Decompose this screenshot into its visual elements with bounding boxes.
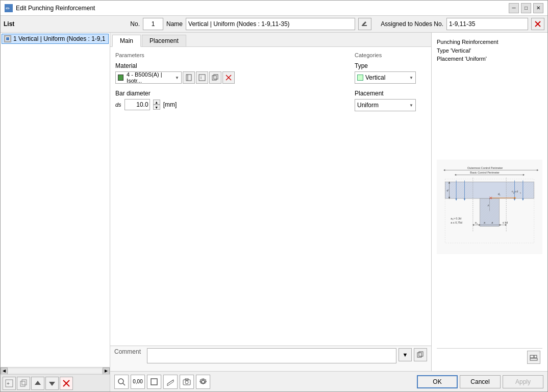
unit-label: [mm] (163, 101, 177, 108)
svg-point-88 (118, 379, 123, 384)
svg-text:> 0,3d: > 0,3d (454, 216, 461, 219)
list-header-label: List (4, 20, 14, 28)
bar-diameter-label: Bar diameter (115, 90, 344, 97)
scroll-right[interactable]: ▶ (103, 368, 110, 375)
zoom-tool-button[interactable] (114, 375, 129, 389)
svg-text:s: s (500, 194, 501, 196)
close-button[interactable]: ✕ (533, 3, 543, 13)
titlebar: ✏ Edit Punching Reinforcement ─ □ ✕ (1, 1, 547, 16)
tab-main[interactable]: Main (112, 35, 141, 47)
svg-point-96 (202, 380, 205, 383)
scroll-track[interactable] (9, 369, 102, 373)
svg-text:a: a (475, 220, 477, 224)
svg-rect-87 (530, 358, 537, 360)
name-edit-button[interactable] (358, 18, 371, 30)
type-value: Vertical (365, 74, 385, 81)
list-item[interactable]: 1 Vertical | Uniform (Nodes : 1-9,1 (2, 34, 109, 44)
categories-title: Categories (355, 52, 426, 58)
move-down-button[interactable] (45, 377, 59, 390)
list-item-icon (4, 35, 11, 42)
name-input[interactable] (186, 18, 355, 30)
settings-tool-button[interactable] (196, 375, 210, 389)
diam-input[interactable] (124, 99, 150, 110)
svg-text:x d: x d (515, 190, 518, 192)
apply-button[interactable]: Apply (503, 375, 543, 388)
measure-tool-button[interactable] (163, 375, 178, 389)
type-dropdown[interactable]: Vertical ▼ (355, 71, 416, 84)
material-info-button[interactable]: i (196, 71, 208, 84)
type-dropdown-arrow: ▼ (409, 76, 413, 80)
list-item-label: 1 Vertical | Uniform (Nodes : 1-9,1 (13, 35, 106, 42)
params-area: Parameters Material 4 - B500S(A) | Isotr… (110, 47, 431, 346)
diagram-area: Punching Reinforcement Type 'Vertical' P… (432, 33, 547, 371)
app-icon: ✏ (5, 4, 13, 12)
svg-text:✏: ✏ (6, 6, 10, 11)
svg-rect-85 (530, 355, 534, 358)
comment-dropdown-button[interactable]: ▼ (398, 348, 412, 361)
camera-tool-button[interactable] (180, 375, 194, 389)
diam-down[interactable]: ▼ (153, 105, 160, 110)
svg-text:z: z (487, 204, 489, 207)
type-label: Type (355, 62, 426, 69)
type-icon (357, 75, 363, 81)
svg-text:s: s (520, 191, 521, 193)
list-toolbar: + (1, 374, 110, 391)
comment-copy-button[interactable] (414, 348, 427, 361)
ok-button[interactable]: OK (417, 375, 458, 388)
decimal-button[interactable]: 0,00 (131, 375, 145, 389)
diagram-title-line3: Placement 'Uniform' (437, 56, 487, 62)
no-input[interactable] (143, 18, 163, 30)
horizontal-scrollbar[interactable]: ◀ ▶ (1, 367, 110, 374)
diam-up[interactable]: ▲ (153, 100, 160, 105)
svg-text:a: a (491, 220, 493, 224)
placement-dropdown-arrow: ▼ (409, 103, 413, 108)
placement-dropdown[interactable]: Uniform ▼ (355, 99, 416, 111)
assigned-clear-button[interactable] (531, 18, 544, 30)
right-panel: Main Placement Parameters Material 4 - B… (110, 33, 547, 391)
comment-label: Comment (114, 348, 145, 355)
comment-input[interactable] (147, 348, 396, 363)
bottom-bar: 0,00 OK Cancel Apply (110, 371, 547, 391)
placement-value: Uniform (357, 102, 379, 109)
material-delete-button[interactable] (222, 71, 235, 84)
material-copy-button[interactable] (209, 71, 221, 84)
svg-rect-90 (151, 379, 157, 385)
diam-spinners: ▲ ▼ (153, 100, 160, 110)
assigned-label: Assigned to Nodes No. (381, 20, 443, 28)
material-dropdown[interactable]: 4 - B500S(A) | Isotr... ▼ (115, 71, 182, 84)
assigned-input[interactable] (446, 18, 528, 30)
svg-rect-16 (186, 75, 191, 81)
add-button[interactable]: + (3, 377, 16, 390)
svg-rect-11 (22, 380, 27, 385)
svg-point-94 (185, 381, 188, 384)
list-area: 1 Vertical | Uniform (Nodes : 1-9,1 (1, 33, 110, 367)
move-up-button[interactable] (31, 377, 44, 390)
copy-button[interactable] (17, 377, 30, 390)
svg-rect-7 (6, 37, 9, 40)
content-area: Main Placement Parameters Material 4 - B… (110, 33, 547, 371)
type-row: Type Vertical ▼ (355, 62, 426, 84)
svg-text:Basic Control Perimeter: Basic Control Perimeter (470, 171, 500, 174)
scroll-left[interactable]: ◀ (1, 368, 8, 375)
decimal-label: 0,00 (133, 379, 142, 384)
delete-button[interactable] (60, 377, 73, 390)
svg-rect-86 (534, 355, 537, 358)
svg-text:n: n (512, 190, 513, 192)
no-label: No. (130, 20, 140, 28)
svg-marker-12 (35, 381, 41, 385)
svg-rect-39 (506, 182, 534, 199)
name-bar: List No. Name Assigned to Nodes No. (1, 16, 547, 33)
minimize-button[interactable]: ─ (509, 3, 519, 13)
bar-diameter-row: ds ▲ ▼ [mm] (115, 99, 344, 110)
parameters-section: Parameters Material 4 - B500S(A) | Isotr… (115, 52, 344, 340)
cancel-button[interactable]: Cancel (460, 375, 501, 388)
diagram-svg: Outermost Control Perimeter Basic Contro… (437, 65, 542, 349)
diagram-zoom-button[interactable] (527, 351, 540, 364)
svg-line-89 (123, 383, 125, 385)
material-book-button[interactable] (183, 71, 195, 84)
tab-placement[interactable]: Placement (142, 35, 186, 46)
body-area: 1 Vertical | Uniform (Nodes : 1-9,1 ◀ ▶ … (1, 33, 547, 391)
select-tool-button[interactable] (147, 375, 161, 389)
maximize-button[interactable]: □ (521, 3, 531, 13)
left-content: Main Placement Parameters Material 4 - B… (110, 33, 432, 371)
